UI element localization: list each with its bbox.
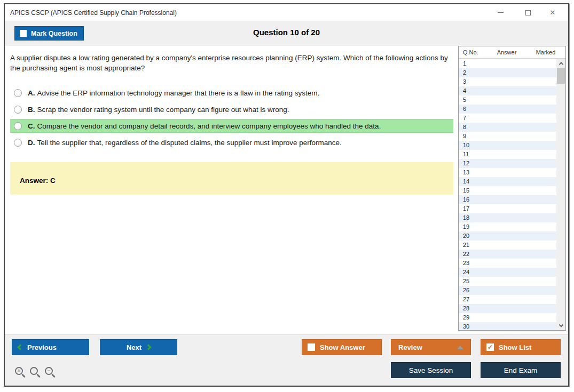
question-list-row[interactable]: 8 (459, 123, 556, 132)
footer-bar: Previous Next Show Answer Review ✓ Show … (5, 334, 568, 386)
close-button[interactable]: ✕ (540, 4, 565, 21)
save-session-button[interactable]: Save Session (391, 362, 471, 378)
option-letter: A. (28, 89, 35, 97)
answer-label: Answer: C (20, 177, 56, 185)
question-list-row[interactable]: 2 (459, 68, 556, 77)
question-list-row[interactable]: 4 (459, 86, 556, 95)
scrollbar-thumb[interactable] (557, 68, 565, 84)
question-list-row[interactable]: 29 (459, 313, 556, 322)
radio-icon[interactable] (14, 139, 22, 147)
scroll-up-button[interactable] (556, 59, 565, 67)
option-letter: C. (28, 122, 35, 130)
minus-glyph: − (47, 368, 50, 374)
radio-icon[interactable] (14, 122, 22, 130)
question-list-row[interactable]: 27 (459, 295, 556, 304)
question-list-row[interactable]: 12 (459, 159, 556, 168)
previous-label: Previous (27, 343, 57, 351)
show-list-button[interactable]: ✓ Show List (481, 339, 561, 355)
question-list-row[interactable]: 20 (459, 231, 556, 241)
plus-glyph: + (17, 368, 20, 374)
save-session-label: Save Session (409, 366, 453, 374)
option-text: Tell the supplier that, regardless of th… (37, 139, 342, 147)
next-label: Next (127, 343, 141, 351)
zoom-controls: + − (15, 367, 53, 375)
question-list-scrollbar[interactable] (556, 59, 565, 330)
option-label: D.Tell the supplier that, regardless of … (28, 139, 342, 147)
question-list-row[interactable]: 14 (459, 177, 556, 186)
question-list-row[interactable]: 22 (459, 250, 556, 259)
column-header-qno: Q No. (459, 49, 487, 55)
options-list: A.Advise the ERP information technology … (10, 86, 454, 149)
chevron-left-icon (17, 344, 23, 350)
end-exam-label: End Exam (504, 366, 537, 374)
chevron-right-icon (145, 344, 151, 350)
question-pane: A supplier disputes a low rating generat… (10, 46, 454, 195)
question-list-row[interactable]: 24 (459, 268, 556, 277)
app-window: APICS CSCP (APICS Certified Supply Chain… (4, 3, 569, 387)
column-header-answer: Answer (487, 49, 526, 55)
title-bar: APICS CSCP (APICS Certified Supply Chain… (5, 4, 568, 21)
maximize-button[interactable] (516, 4, 540, 21)
question-counter: Question 10 of 20 (5, 28, 568, 37)
window-title: APICS CSCP (APICS Certified Supply Chain… (10, 9, 177, 17)
show-list-label: Show List (499, 343, 531, 351)
toolbar: Mark Question Question 10 of 20 (5, 21, 568, 46)
content-area: A supplier disputes a low rating generat… (5, 46, 568, 334)
previous-button[interactable]: Previous (12, 339, 89, 355)
question-text: A supplier disputes a low rating generat… (10, 53, 451, 73)
radio-icon[interactable] (14, 89, 22, 97)
question-list-row[interactable]: 21 (459, 241, 556, 250)
question-list-row[interactable]: 3 (459, 77, 556, 86)
question-list-row[interactable]: 17 (459, 204, 556, 213)
question-list-panel: Q No. Answer Marked 12345678910111213141… (458, 46, 566, 331)
triangle-up-icon (457, 346, 463, 349)
option-letter: D. (28, 139, 35, 147)
close-icon: ✕ (550, 9, 556, 16)
option-row-a[interactable]: A.Advise the ERP information technology … (10, 86, 453, 100)
next-button[interactable]: Next (100, 339, 177, 355)
option-label: A.Advise the ERP information technology … (28, 89, 319, 97)
question-list-header: Q No. Answer Marked (459, 46, 565, 59)
option-row-c[interactable]: C.Compare the vendor and company detail … (10, 119, 453, 133)
zoom-out-icon[interactable]: − (45, 367, 53, 375)
chevron-down-icon (559, 322, 563, 326)
question-list-row[interactable]: 26 (459, 286, 556, 295)
question-list-row[interactable]: 15 (459, 186, 556, 195)
question-list-row[interactable]: 23 (459, 259, 556, 268)
end-exam-button[interactable]: End Exam (481, 362, 561, 378)
question-list-row[interactable]: 28 (459, 304, 556, 313)
minimize-button[interactable] (488, 4, 513, 21)
question-list-row[interactable]: 1 (459, 59, 556, 68)
question-list-row[interactable]: 7 (459, 114, 556, 123)
question-list-row[interactable]: 30 (459, 322, 556, 330)
option-row-d[interactable]: D.Tell the supplier that, regardless of … (10, 135, 453, 149)
column-header-marked: Marked (526, 49, 565, 55)
question-list-row[interactable]: 25 (459, 277, 556, 286)
zoom-reset-icon[interactable] (30, 367, 38, 375)
question-list-row[interactable]: 9 (459, 132, 556, 141)
question-list-row[interactable]: 13 (459, 168, 556, 177)
question-list-row[interactable]: 19 (459, 222, 556, 231)
question-list-row[interactable]: 16 (459, 195, 556, 204)
show-answer-checkbox-icon (308, 343, 315, 351)
question-list-row[interactable]: 6 (459, 105, 556, 114)
option-text: Scrap the vendor rating system until the… (37, 106, 289, 114)
show-list-checkbox-icon: ✓ (486, 343, 494, 351)
show-answer-button[interactable]: Show Answer (302, 339, 382, 355)
option-text: Advise the ERP information technology ma… (37, 89, 320, 97)
zoom-in-icon[interactable]: + (15, 367, 23, 375)
scroll-down-button[interactable] (556, 322, 565, 330)
question-list-row[interactable]: 18 (459, 213, 556, 222)
review-dropdown-button[interactable]: Review (391, 339, 471, 355)
question-list[interactable]: 1234567891011121314151617181920212223242… (459, 59, 556, 330)
question-list-row[interactable]: 10 (459, 141, 556, 150)
radio-icon[interactable] (14, 106, 22, 114)
option-letter: B. (28, 106, 35, 114)
minimize-icon (498, 12, 504, 13)
question-list-row[interactable]: 5 (459, 95, 556, 105)
answer-box: Answer: C (10, 162, 453, 195)
question-list-row[interactable]: 11 (459, 150, 556, 159)
option-row-b[interactable]: B.Scrap the vendor rating system until t… (10, 102, 453, 116)
maximize-icon (525, 10, 531, 15)
review-label: Review (398, 343, 422, 351)
